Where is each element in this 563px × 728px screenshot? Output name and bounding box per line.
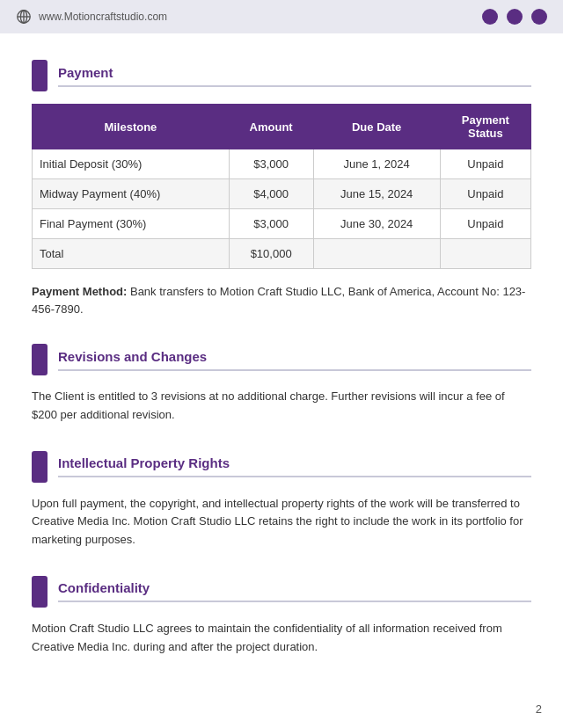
cell-due-date: June 30, 2024 [313, 209, 440, 239]
col-milestone: Milestone [33, 105, 230, 149]
ip-section-bar [32, 451, 48, 483]
ip-body: Upon full payment, the copyright, and in… [32, 495, 531, 550]
main-content: Payment Milestone Amount Due Date Paymen… [0, 33, 563, 718]
page-number: 2 [536, 703, 542, 716]
snowflake-icon-2 [507, 9, 523, 25]
header-bar: www.Motioncraftstudio.com [0, 0, 563, 33]
cell-milestone: Total [33, 239, 230, 269]
confidentiality-section-bar [32, 576, 48, 608]
cell-amount: $10,000 [229, 239, 313, 269]
confidentiality-section-header: Confidentiality [32, 576, 531, 608]
table-header-row: Milestone Amount Due Date PaymentStatus [33, 105, 531, 149]
ip-section-title: Intellectual Property Rights [58, 455, 531, 477]
snowflake-icon-3 [531, 9, 547, 25]
confidentiality-section-title: Confidentiality [58, 580, 531, 602]
payment-section: Payment Milestone Amount Due Date Paymen… [32, 60, 531, 317]
payment-method-label: Payment Method: [32, 285, 127, 298]
cell-milestone: Midway Payment (40%) [33, 179, 230, 209]
confidentiality-body: Motion Craft Studio LLC agrees to mainta… [32, 620, 531, 657]
revisions-body: The Client is entitled to 3 revisions at… [32, 388, 531, 425]
table-row: Midway Payment (40%)$4,000June 15, 2024U… [33, 179, 531, 209]
table-row: Initial Deposit (30%)$3,000June 1, 2024U… [33, 149, 531, 179]
header-url: www.Motioncraftstudio.com [39, 11, 167, 23]
ip-section: Intellectual Property Rights Upon full p… [32, 451, 531, 550]
revisions-section-bar [32, 344, 48, 375]
revisions-section-title: Revisions and Changes [58, 349, 531, 371]
col-due-date: Due Date [313, 105, 440, 149]
cell-payment-status: Unpaid [440, 179, 530, 209]
payment-section-bar [32, 60, 48, 91]
cell-milestone: Final Payment (30%) [33, 209, 230, 239]
cell-payment-status: Unpaid [440, 149, 530, 179]
table-row: Final Payment (30%)$3,000June 30, 2024Un… [33, 209, 531, 239]
col-amount: Amount [229, 105, 313, 149]
col-payment-status: PaymentStatus [440, 105, 530, 149]
payment-section-title: Payment [58, 65, 531, 87]
cell-due-date [313, 239, 440, 269]
cell-amount: $3,000 [229, 209, 313, 239]
cell-amount: $4,000 [229, 179, 313, 209]
globe-icon [16, 9, 32, 25]
revisions-section: Revisions and Changes The Client is enti… [32, 344, 531, 425]
cell-amount: $3,000 [229, 149, 313, 179]
payment-table: Milestone Amount Due Date PaymentStatus … [32, 104, 531, 269]
payment-method-text: Payment Method: Bank transfers to Motion… [32, 283, 531, 317]
cell-payment-status [440, 239, 530, 269]
confidentiality-section: Confidentiality Motion Craft Studio LLC … [32, 576, 531, 657]
table-row: Total$10,000 [33, 239, 531, 269]
cell-milestone: Initial Deposit (30%) [33, 149, 230, 179]
snowflake-icon-1 [482, 9, 498, 25]
header-url-area: www.Motioncraftstudio.com [16, 9, 167, 25]
header-icons [482, 9, 547, 25]
cell-due-date: June 15, 2024 [313, 179, 440, 209]
revisions-section-header: Revisions and Changes [32, 344, 531, 375]
cell-payment-status: Unpaid [440, 209, 530, 239]
ip-section-header: Intellectual Property Rights [32, 451, 531, 483]
payment-section-header: Payment [32, 60, 531, 91]
cell-due-date: June 1, 2024 [313, 149, 440, 179]
